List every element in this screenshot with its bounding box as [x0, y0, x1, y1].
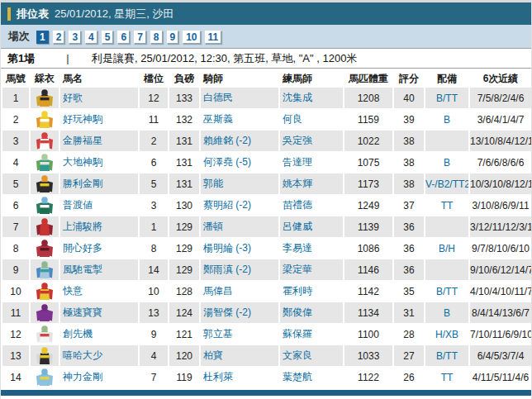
rating: 37	[394, 195, 424, 216]
horse-name[interactable]: 嘻哈大少	[60, 345, 138, 366]
draw: 10	[140, 281, 168, 302]
table-row: 10快意10128馬偉昌霍利時114235B/TT4/10/4/10/11/7	[2, 281, 531, 302]
horse-name[interactable]: 快意	[60, 281, 138, 302]
horse-name[interactable]: 大地神駒	[60, 152, 138, 173]
jockey-name[interactable]: 郭能	[201, 173, 278, 194]
silk-icon	[36, 221, 53, 232]
horse-no: 11	[2, 302, 29, 323]
race-tab-7[interactable]: 7	[134, 31, 146, 44]
horse-name[interactable]: 風馳電掣	[60, 259, 138, 280]
horse-body-weight: 1142	[344, 281, 392, 302]
jockey-name[interactable]: 杜利萊	[201, 367, 278, 387]
jockey-name[interactable]: 蔡明紹 (-2)	[201, 195, 278, 216]
jockey-name[interactable]: 柏寶	[201, 345, 278, 366]
race-tab-1[interactable]: 1	[36, 31, 49, 44]
race-tab-11[interactable]: 11	[205, 31, 222, 44]
horse-name[interactable]: 金勝福星	[60, 131, 138, 151]
trainer-name[interactable]: 苗禮德	[280, 195, 343, 216]
trainer-name[interactable]: 李易達	[280, 238, 343, 259]
last-6-runs: 9/10/6/12/14/7	[470, 259, 531, 280]
page-subtitle: 25/01/2012, 星期三, 沙田	[55, 7, 174, 21]
rating: 40	[394, 88, 424, 108]
horse-name[interactable]: 好歌	[60, 88, 138, 108]
horse-name[interactable]: 極速寶寶	[60, 302, 138, 323]
silk-cell	[31, 173, 59, 194]
race-selector-label: 場次	[8, 29, 30, 44]
trainer-name[interactable]: 梁定華	[280, 259, 343, 280]
race-tab-9[interactable]: 9	[167, 31, 179, 44]
jockey-name[interactable]: 潘頓	[201, 216, 278, 237]
race-tab-2[interactable]: 2	[53, 31, 65, 44]
jockey-name[interactable]: 楊明綸 (-3)	[201, 238, 278, 259]
race-tab-8[interactable]: 8	[150, 31, 163, 44]
gear: TT	[425, 195, 468, 216]
trainer-name[interactable]: 吳定強	[280, 131, 343, 151]
jockey-name[interactable]: 馬偉昌	[201, 281, 278, 302]
trainer-name[interactable]: 鄭俊偉	[280, 302, 343, 323]
trainer-name[interactable]: 葉楚航	[280, 367, 343, 387]
carried-weight: 131	[169, 131, 199, 151]
silk-icon	[36, 306, 53, 318]
trainer-name[interactable]: 文家良	[280, 345, 343, 366]
trainer-name[interactable]: 呂健威	[280, 216, 343, 237]
table-row: 5勝利金剛5131郭能姚本輝117338V-/B2/TT210/3/10/8/1…	[2, 173, 531, 194]
trainer-name[interactable]: 沈集成	[280, 88, 343, 108]
carried-weight: 128	[169, 281, 199, 302]
gear: TT	[425, 367, 468, 387]
jockey-name[interactable]: 湯智傑 (-2)	[201, 302, 278, 323]
race-tab-10[interactable]: 10	[183, 31, 200, 44]
draw: 8	[140, 238, 168, 259]
carried-weight: 132	[169, 109, 199, 130]
horse-no: 13	[2, 345, 29, 366]
table-header-row: 馬號綵衣馬名檔位負磅騎師練馬師馬匹體重評分配備6次近績	[2, 70, 531, 87]
horse-name[interactable]: 勝利金剛	[60, 173, 138, 194]
jockey-name[interactable]: 賴維銘 (-2)	[201, 131, 278, 151]
draw: 9	[140, 324, 168, 344]
col-header-body_weight: 馬匹體重	[344, 70, 392, 87]
silk-cell	[31, 281, 59, 302]
carried-weight: 129	[169, 238, 199, 259]
horse-name[interactable]: 神力金剛	[60, 367, 138, 387]
horse-body-weight: 1086	[344, 238, 392, 259]
last-6-runs: 10/3/10/8/12/10	[470, 173, 531, 194]
jockey-name[interactable]: 白德民	[201, 88, 278, 108]
draw: 1	[140, 216, 168, 237]
rating: 36	[394, 216, 424, 237]
last-6-runs: 3/10/8/6/9/11	[470, 195, 531, 216]
race-details: 利是讓賽, 25/01/2012, 12:30, 第五班, 草地, "A" , …	[92, 51, 357, 66]
horse-no: 9	[2, 259, 29, 280]
race-tab-4[interactable]: 4	[85, 31, 97, 44]
table-row: 11極速寶寶13124湯智傑 (-2)鄭俊偉113431B8/4/14/13/6…	[2, 302, 531, 323]
trainer-name[interactable]: 霍利時	[280, 281, 343, 302]
table-row: 3金勝福星2131賴維銘 (-2)吳定強10223813/10/8/4/12/1…	[2, 131, 531, 151]
horse-name[interactable]: 普渡値	[60, 195, 138, 216]
rating: 39	[394, 109, 424, 130]
gear: B/TT	[425, 345, 468, 366]
gear	[425, 259, 468, 280]
race-tab-5[interactable]: 5	[102, 31, 114, 44]
jockey-name[interactable]: 郭立基	[201, 324, 278, 344]
jockey-name[interactable]: 鄭雨滇 (-2)	[201, 259, 278, 280]
jockey-name[interactable]: 巫斯義	[201, 109, 278, 130]
draw: 6	[140, 152, 168, 173]
silk-icon	[36, 328, 53, 340]
trainer-name[interactable]: 告達理	[280, 152, 343, 173]
trainer-name[interactable]: 姚本輝	[280, 173, 343, 194]
trainer-name[interactable]: 蘇保羅	[280, 324, 343, 344]
trainer-name[interactable]: 何良	[280, 109, 343, 130]
rating: 35	[394, 281, 424, 302]
horse-name[interactable]: 創先機	[60, 324, 138, 344]
horse-name[interactable]: 上浦駿將	[60, 216, 138, 237]
race-tab-3[interactable]: 3	[69, 31, 81, 44]
jockey-name[interactable]: 何澤堯 (-5)	[201, 152, 278, 173]
race-tab-6[interactable]: 6	[117, 31, 130, 44]
table-row: 12創先機9121郭立基蘇保羅110028H/XB7/10/11/6/9/10	[2, 324, 531, 344]
gear	[425, 216, 468, 237]
horse-name[interactable]: 好玩神駒	[60, 109, 138, 130]
silk-icon	[36, 178, 53, 189]
horse-no: 1	[2, 88, 29, 108]
horse-body-weight: 1173	[344, 173, 392, 194]
last-6-runs: 3/12/11/12/3/14	[470, 216, 531, 237]
horse-name[interactable]: 開心好多	[60, 238, 138, 259]
horse-body-weight: 1159	[344, 109, 392, 130]
